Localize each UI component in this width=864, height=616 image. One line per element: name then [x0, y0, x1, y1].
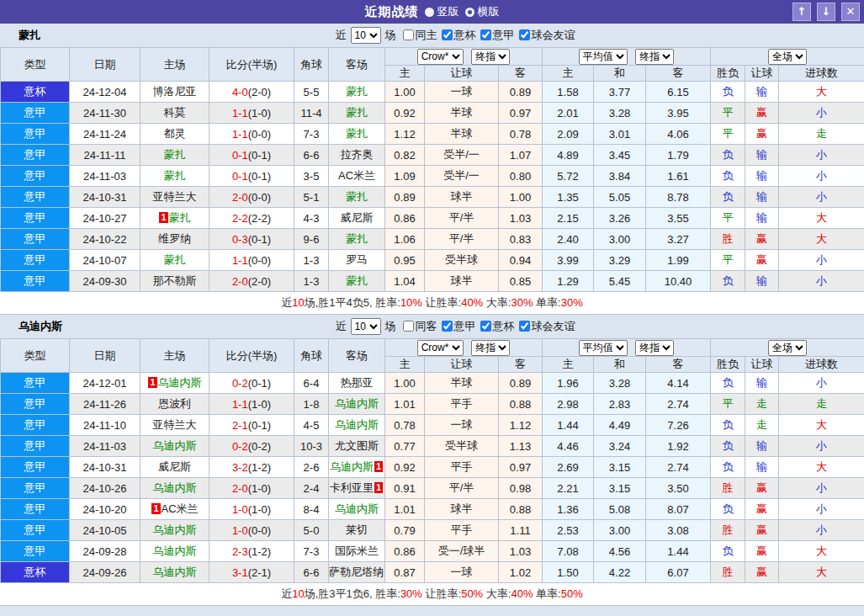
bookmaker-select[interactable]: Crow*	[417, 49, 464, 65]
away-team[interactable]: 蒙扎	[329, 82, 385, 103]
home-team[interactable]: 蒙扎	[140, 166, 209, 187]
away-team[interactable]: 拉齐奥	[329, 145, 385, 166]
filter-checkbox[interactable]: 意杯	[476, 319, 515, 334]
away-team[interactable]: 乌迪内斯	[329, 394, 385, 415]
scroll-up-button[interactable]: ↑	[792, 3, 811, 21]
away-team-name[interactable]: 蒙扎	[346, 232, 368, 245]
home-team[interactable]: 1乌迪内斯	[140, 373, 209, 394]
away-team-name[interactable]: 乌迪内斯	[335, 502, 379, 515]
home-team[interactable]: 乌迪内斯	[140, 520, 209, 541]
scope-select[interactable]: 全场	[768, 340, 807, 356]
away-team[interactable]: 乌迪内斯	[329, 499, 385, 520]
away-team[interactable]: 蒙扎	[329, 103, 385, 124]
home-team-name[interactable]: 蒙扎	[169, 211, 191, 224]
home-team-name[interactable]: 蒙扎	[164, 253, 186, 266]
away-team[interactable]: 热那亚	[329, 373, 385, 394]
away-team-name[interactable]: 热那亚	[341, 376, 374, 389]
match-count-select[interactable]: 10	[351, 27, 381, 44]
filter-checkbox-input[interactable]	[480, 29, 491, 40]
home-team[interactable]: 博洛尼亚	[140, 82, 209, 103]
filter-checkbox[interactable]: 球会友谊	[515, 28, 575, 43]
away-team-name[interactable]: 蒙扎	[346, 127, 368, 140]
avg-stage-select[interactable]: 终指	[635, 49, 674, 65]
away-team[interactable]: 蒙扎	[329, 271, 385, 292]
avg-stage-select[interactable]: 终指	[635, 340, 674, 356]
away-team[interactable]: 乌迪内斯1	[329, 457, 385, 478]
home-team-name[interactable]: 那不勒斯	[153, 274, 197, 287]
handicap-stage-select[interactable]: 终指	[471, 49, 510, 65]
away-team-name[interactable]: 蒙扎	[346, 274, 368, 287]
home-team-name[interactable]: 威尼斯	[158, 460, 191, 473]
scroll-down-button[interactable]: ↓	[817, 3, 835, 21]
home-team[interactable]: 恩波利	[140, 394, 209, 415]
handicap-stage-select[interactable]: 终指	[471, 340, 510, 356]
home-team[interactable]: 1蒙扎	[140, 208, 209, 229]
filter-checkbox-input[interactable]	[403, 321, 414, 332]
layout-horizontal-radio[interactable]: 横版	[465, 4, 500, 19]
away-team[interactable]: 蒙扎	[329, 229, 385, 250]
filter-checkbox-input[interactable]	[519, 29, 530, 40]
filter-checkbox[interactable]: 意甲	[476, 28, 515, 43]
home-team-name[interactable]: 乌迪内斯	[153, 523, 197, 536]
away-team-name[interactable]: 乌迪内斯	[335, 418, 379, 431]
away-team[interactable]: 国际米兰	[329, 541, 385, 562]
home-team[interactable]: 1AC米兰	[140, 499, 209, 520]
home-team[interactable]: 乌迪内斯	[140, 436, 209, 457]
home-team-name[interactable]: 都灵	[164, 127, 186, 140]
filter-checkbox-input[interactable]	[519, 321, 530, 332]
filter-checkbox[interactable]: 同客	[399, 319, 437, 334]
home-team[interactable]: 威尼斯	[140, 457, 209, 478]
average-select[interactable]: 平均值	[579, 340, 628, 356]
filter-checkbox[interactable]: 同主	[399, 28, 437, 43]
home-team[interactable]: 科莫	[140, 103, 209, 124]
away-team[interactable]: 卡利亚里1	[329, 478, 385, 499]
away-team-name[interactable]: 乌迪内斯	[330, 460, 374, 473]
filter-checkbox-input[interactable]	[480, 321, 491, 332]
away-team-name[interactable]: 蒙扎	[346, 85, 368, 98]
home-team-name[interactable]: 乌迪内斯	[153, 439, 197, 452]
home-team-name[interactable]: 科莫	[164, 106, 186, 119]
filter-checkbox-input[interactable]	[403, 29, 414, 40]
home-team-name[interactable]: AC米兰	[162, 502, 199, 515]
home-team-name[interactable]: 亚特兰大	[153, 190, 197, 203]
home-team[interactable]: 蒙扎	[140, 145, 209, 166]
away-team-name[interactable]: 尤文图斯	[335, 439, 379, 452]
home-team-name[interactable]: 乌迪内斯	[153, 481, 197, 494]
home-team-name[interactable]: 博洛尼亚	[153, 85, 197, 98]
away-team-name[interactable]: 罗马	[346, 253, 368, 266]
away-team[interactable]: 威尼斯	[329, 208, 385, 229]
home-team[interactable]: 都灵	[140, 124, 209, 145]
filter-checkbox-input[interactable]	[442, 321, 453, 332]
away-team[interactable]: 乌迪内斯	[329, 415, 385, 436]
away-team[interactable]: 萨勒尼塔纳1	[329, 562, 385, 583]
away-team-name[interactable]: 萨勒尼塔纳	[329, 566, 384, 578]
home-team-name[interactable]: 乌迪内斯	[153, 566, 197, 578]
away-team-name[interactable]: 卡利亚里	[330, 481, 374, 494]
away-team-name[interactable]: 莱切	[346, 523, 368, 536]
filter-checkbox[interactable]: 球会友谊	[515, 319, 575, 334]
home-team[interactable]: 蒙扎	[140, 250, 209, 271]
away-team[interactable]: 蒙扎	[329, 187, 385, 208]
away-team-name[interactable]: 乌迪内斯	[335, 397, 379, 410]
away-team[interactable]: 蒙扎	[329, 124, 385, 145]
home-team[interactable]: 亚特兰大	[140, 415, 209, 436]
home-team-name[interactable]: 亚特兰大	[153, 418, 197, 431]
away-team[interactable]: 罗马	[329, 250, 385, 271]
home-team[interactable]: 那不勒斯	[140, 271, 209, 292]
home-team-name[interactable]: 蒙扎	[164, 148, 186, 161]
home-team[interactable]: 乌迪内斯	[140, 562, 209, 583]
filter-checkbox-input[interactable]	[442, 29, 453, 40]
match-count-select[interactable]: 10	[351, 318, 381, 335]
home-team-name[interactable]: 恩波利	[158, 397, 191, 410]
home-team-name[interactable]: 维罗纳	[158, 232, 191, 245]
away-team[interactable]: 尤文图斯	[329, 436, 385, 457]
filter-checkbox[interactable]: 意甲	[437, 319, 476, 334]
home-team[interactable]: 乌迪内斯	[140, 541, 209, 562]
away-team-name[interactable]: 蒙扎	[346, 190, 368, 203]
away-team-name[interactable]: 国际米兰	[335, 544, 379, 557]
average-select[interactable]: 平均值	[579, 49, 628, 65]
away-team[interactable]: AC米兰	[329, 166, 385, 187]
scope-select[interactable]: 全场	[768, 49, 807, 65]
home-team[interactable]: 亚特兰大	[140, 187, 209, 208]
home-team[interactable]: 维罗纳	[140, 229, 209, 250]
